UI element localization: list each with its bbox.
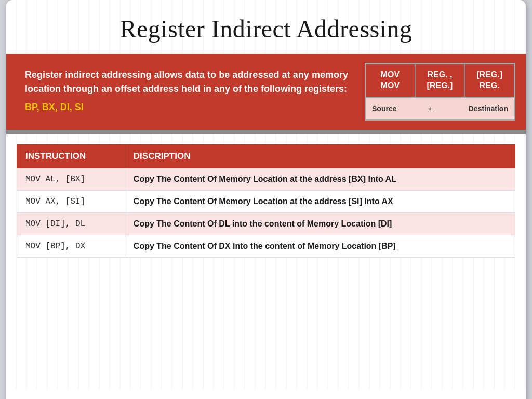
arrow-icon: ← xyxy=(427,102,438,115)
top-content-area: Register indirect addressing allows data… xyxy=(6,54,526,130)
table-cell-instruction: MOV AX, [SI] xyxy=(17,190,125,212)
table-cell-instruction: MOV [DI], DL xyxy=(17,212,125,235)
destination-label: Destination xyxy=(469,104,508,113)
diagram-reg1-line2: [REG.] xyxy=(427,81,453,90)
table-body: MOV AL, [BX]Copy The Content Of Memory L… xyxy=(17,168,515,257)
diagram-reg2-line1: [REG.] xyxy=(476,70,502,79)
title-section: Register Indirect Addressing xyxy=(6,0,526,54)
page-title: Register Indirect Addressing xyxy=(27,15,505,43)
diagram-cell-mov: MOV MOV xyxy=(366,64,415,97)
registers-list: BP, BX, DI, SI xyxy=(25,100,348,114)
description-box: Register indirect addressing allows data… xyxy=(17,63,356,121)
diagram-mov-line2: MOV xyxy=(381,81,400,90)
col1-header: INSTRUCTION xyxy=(17,144,125,168)
divider-bar xyxy=(6,130,526,134)
instruction-diagram: MOV MOV REG. , [REG.] [REG.] REG. Source… xyxy=(365,63,515,121)
description-text: Register indirect addressing allows data… xyxy=(25,68,348,96)
table-row: MOV [DI], DLCopy The Content Of DL into … xyxy=(17,212,515,235)
diagram-top-row: MOV MOV REG. , [REG.] [REG.] REG. xyxy=(366,64,514,97)
diagram-reg2-line2: REG. xyxy=(480,81,500,90)
diagram-reg1-line1: REG. , xyxy=(428,70,453,79)
slide: Register Indirect Addressing Register in… xyxy=(6,0,526,399)
table-row: MOV AL, [BX]Copy The Content Of Memory L… xyxy=(17,168,515,190)
table-cell-description: Copy The Content Of DX into the content … xyxy=(125,235,515,257)
table-row: MOV [BP], DXCopy The Content Of DX into … xyxy=(17,235,515,257)
table-cell-description: Copy The Content Of Memory Location at t… xyxy=(125,168,515,190)
table-header-row: INSTRUCTION DISCRIPTION xyxy=(17,144,515,168)
diagram-cell-reg2: [REG.] REG. xyxy=(464,64,514,97)
table-header: INSTRUCTION DISCRIPTION xyxy=(17,144,515,168)
instruction-table: INSTRUCTION DISCRIPTION MOV AL, [BX]Copy… xyxy=(17,144,515,258)
diagram-mov-line1: MOV xyxy=(381,70,400,79)
table-row: MOV AX, [SI]Copy The Content Of Memory L… xyxy=(17,190,515,212)
table-cell-instruction: MOV [BP], DX xyxy=(17,235,125,257)
col2-header: DISCRIPTION xyxy=(125,144,515,168)
table-cell-description: Copy The Content Of Memory Location at t… xyxy=(125,190,515,212)
table-section: INSTRUCTION DISCRIPTION MOV AL, [BX]Copy… xyxy=(6,134,526,263)
table-cell-instruction: MOV AL, [BX] xyxy=(17,168,125,190)
diagram-bottom-row: Source ← Destination xyxy=(366,97,514,119)
table-cell-description: Copy The Content Of DL into the content … xyxy=(125,212,515,235)
diagram-cell-reg1: REG. , [REG.] xyxy=(415,64,465,97)
source-label: Source xyxy=(372,104,396,113)
